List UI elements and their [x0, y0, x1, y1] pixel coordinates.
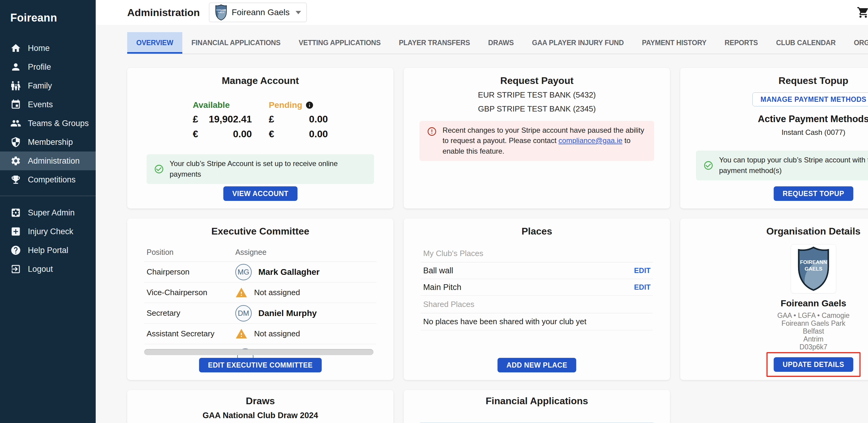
- tab-gaa-player-injury-fund[interactable]: GAA PLAYER INJURY FUND: [523, 32, 633, 54]
- tab-club-calendar[interactable]: CLUB CALENDAR: [767, 32, 845, 54]
- sidebar-item-label: Membership: [28, 138, 73, 147]
- table-row: Chairperson MG Mark Gallagher: [144, 262, 376, 282]
- sidebar-item-home[interactable]: Home: [0, 39, 96, 58]
- list-item: Main Pitch EDIT: [421, 279, 653, 296]
- chevron-down-icon: [296, 11, 301, 14]
- sidebar-item-administration[interactable]: Administration: [0, 151, 96, 170]
- request-topup-card: Request Topup MANAGE PAYMENT METHODS Act…: [680, 68, 868, 209]
- edit-place-link[interactable]: EDIT: [634, 283, 651, 292]
- help-icon: [10, 244, 23, 256]
- sidebar-item-logout[interactable]: Logout: [0, 260, 96, 278]
- places-list: My Club's Places Ball wall EDIT Main Pit…: [421, 245, 653, 330]
- manage-payment-methods-button[interactable]: MANAGE PAYMENT METHODS: [752, 92, 868, 107]
- view-account-button[interactable]: VIEW ACCOUNT: [223, 186, 298, 201]
- request-payout-card: Request Payout EUR STRIPE TEST BANK (543…: [404, 68, 670, 209]
- check-circle-icon: [154, 164, 164, 174]
- table-row: Assistant Secretary Not assigned: [144, 324, 376, 344]
- sidebar-item-label: Help Portal: [28, 246, 68, 255]
- column-position: Position: [147, 248, 235, 256]
- content-grid: Manage Account Available £19,902.41 €0.0…: [96, 54, 868, 423]
- trophy-icon: [10, 174, 23, 185]
- compliance-email-link[interactable]: compliance@gaa.ie: [558, 137, 622, 145]
- add-new-place-button[interactable]: ADD NEW PLACE: [497, 358, 576, 372]
- shield-icon: [10, 137, 23, 148]
- topbar-right: Daniel Murphy DM: [857, 4, 868, 21]
- bank-accounts-list: EUR STRIPE TEST BANK (5432) GBP STRIPE T…: [416, 90, 658, 114]
- annotation-highlight-box: UPDATE DETAILS: [766, 352, 861, 377]
- available-eur-amount: 0.00: [233, 128, 252, 140]
- tab-player-transfers[interactable]: PLAYER TRANSFERS: [390, 32, 479, 54]
- sidebar-item-label: Family: [28, 81, 52, 91]
- edit-executive-committee-button[interactable]: EDIT EXECUTIVE COMMITTEE: [199, 358, 322, 372]
- horizontal-scrollbar[interactable]: [144, 349, 373, 355]
- edit-place-link[interactable]: EDIT: [634, 266, 651, 275]
- committee-table: Position Assignee Chairperson MG Mark Ga…: [144, 245, 376, 358]
- svg-text:GAELS: GAELS: [218, 11, 224, 13]
- sidebar-item-profile[interactable]: Profile: [0, 58, 96, 77]
- payout-warning-text: Recent changes to your Stripe account ha…: [442, 125, 647, 157]
- tab-financial-applications[interactable]: FINANCIAL APPLICATIONS: [182, 32, 289, 54]
- available-gbp-amount: 19,902.41: [209, 114, 252, 125]
- currency-symbol: £: [193, 114, 198, 125]
- request-topup-button[interactable]: REQUEST TOPUP: [774, 186, 853, 201]
- sidebar-nav: Home Profile Family Events Teams & Group…: [0, 39, 96, 278]
- tab-reports[interactable]: REPORTS: [716, 32, 767, 54]
- shared-places-label: Shared Places: [421, 296, 653, 313]
- club-address-line: Antrim: [692, 335, 868, 343]
- sidebar-item-label: Administration: [28, 156, 80, 166]
- warning-icon: [235, 286, 247, 299]
- stripe-success-text: Your club’s Stripe Account is set up to …: [169, 158, 367, 180]
- pending-gbp-amount: 0.00: [309, 114, 328, 125]
- pending-eur-amount: 0.00: [309, 128, 328, 140]
- gear-box-icon: [10, 207, 23, 218]
- update-details-button[interactable]: UPDATE DETAILS: [774, 357, 853, 372]
- sidebar-item-family[interactable]: Family: [0, 77, 96, 95]
- currency-symbol: €: [269, 128, 274, 140]
- sidebar-item-label: Events: [28, 100, 53, 110]
- tab-bar: OVERVIEW FINANCIAL APPLICATIONS VETTING …: [127, 32, 868, 54]
- sidebar-item-teams-groups[interactable]: Teams & Groups: [0, 114, 96, 133]
- home-icon: [10, 42, 23, 54]
- currency-symbol: £: [269, 114, 274, 125]
- topup-success-text: You can topup your club’s Stripe account…: [719, 155, 868, 176]
- club-eircode: D03p6k7: [692, 343, 868, 351]
- club-selector[interactable]: FOIREANN GAELS Foireann Gaels: [209, 3, 307, 22]
- sidebar-item-super-admin[interactable]: Super Admin: [0, 203, 96, 222]
- financial-applications-card: Financial Applications: [404, 390, 670, 423]
- cart-icon[interactable]: [857, 6, 868, 19]
- avatar: MG: [235, 264, 252, 280]
- column-assignee: Assignee: [235, 248, 374, 256]
- active-payment-methods-heading: Active Payment Methods: [692, 114, 868, 124]
- card-title: Financial Applications: [416, 395, 658, 406]
- stripe-success-banner: Your club’s Stripe Account is set up to …: [147, 154, 374, 184]
- club-crest: FOIREANN GAELS: [791, 244, 836, 293]
- sidebar-item-events[interactable]: Events: [0, 95, 96, 114]
- draw-name: GAA National Club Draw 2024: [139, 411, 381, 420]
- tab-draws[interactable]: DRAWS: [479, 32, 523, 54]
- place-name: Main Pitch: [423, 283, 461, 292]
- card-title: Executive Committee: [139, 226, 381, 237]
- bank-account: EUR STRIPE TEST BANK (5432): [416, 90, 658, 100]
- table-row: Secretary DM Daniel Murphy: [144, 303, 376, 324]
- tab-payment-history[interactable]: PAYMENT HISTORY: [633, 32, 716, 54]
- tab-overview[interactable]: OVERVIEW: [127, 32, 182, 54]
- check-circle-icon: [703, 160, 714, 171]
- available-label: Available: [193, 100, 252, 110]
- assignee-name: Daniel Murphy: [258, 308, 317, 318]
- topbar: Administration FOIREANN GAELS Foireann G…: [96, 0, 868, 25]
- club-crest-icon: FOIREANN GAELS: [215, 4, 227, 21]
- gear-icon: [10, 155, 23, 167]
- sidebar-divider: [0, 196, 96, 196]
- tab-vetting-applications[interactable]: VETTING APPLICATIONS: [289, 32, 390, 54]
- sidebar-item-help-portal[interactable]: Help Portal: [0, 241, 96, 260]
- sidebar-item-label: Profile: [28, 62, 51, 72]
- sidebar-item-injury-check[interactable]: Injury Check: [0, 222, 96, 241]
- sidebar-item-membership[interactable]: Membership: [0, 133, 96, 151]
- card-title: Request Topup: [692, 75, 868, 86]
- tab-organisation-details[interactable]: ORGANISATION DETAILS: [845, 32, 868, 54]
- sidebar-item-competitions[interactable]: Competitions: [0, 170, 96, 189]
- club-name: Foireann Gaels: [692, 298, 868, 308]
- info-icon[interactable]: [305, 101, 314, 110]
- avatar: DM: [235, 305, 252, 322]
- svg-text:FOIREANN: FOIREANN: [216, 9, 226, 11]
